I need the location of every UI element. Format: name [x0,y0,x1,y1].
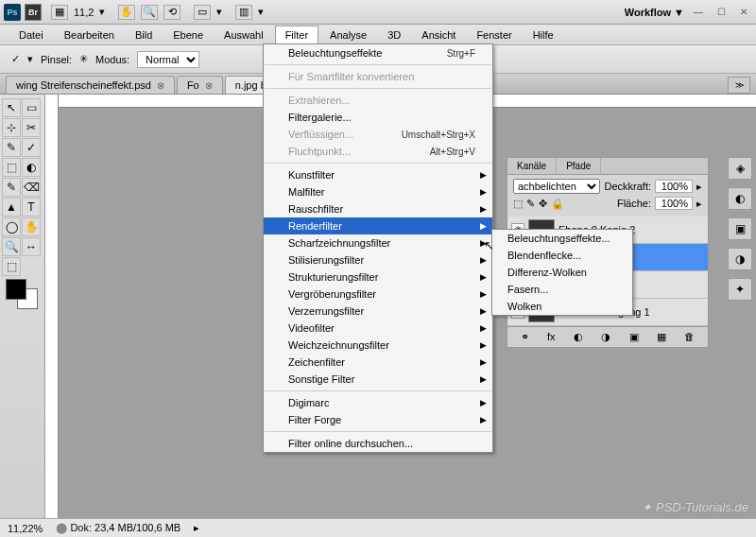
tool-button[interactable]: ✂ [22,118,41,137]
menu-item-malfilter[interactable]: Malfilter▶ [264,183,492,200]
submenu-item-wolken[interactable]: Wolken [492,298,632,315]
menu-item-filter-forge[interactable]: Filter Forge▶ [264,411,492,428]
adjustment-layer-icon[interactable]: ◑ [601,331,610,343]
dropdown-icon[interactable]: ▾ [27,53,33,65]
tool-button[interactable]: ⬚ [2,158,21,177]
arrange-icon[interactable]: ▥ [235,5,252,20]
menu-fenster[interactable]: Fenster [467,26,521,43]
tool-button[interactable]: T [22,198,41,217]
tool-button[interactable]: ✎ [2,138,21,157]
new-layer-icon[interactable]: ▦ [657,331,666,343]
tool-button[interactable]: ◯ [2,217,21,236]
dock-layers-icon[interactable]: ◈ [728,157,752,180]
menu-item-weichzeichnungsfilter[interactable]: Weichzeichnungsfilter▶ [264,337,492,354]
tool-button[interactable]: ⬚ [2,257,21,276]
dropdown-icon[interactable]: ▾ [258,6,264,18]
menu-bearbeiten[interactable]: Bearbeiten [55,26,124,43]
fill-value[interactable]: 100% [655,197,693,210]
blend-mode-select[interactable]: Normal [137,51,199,68]
document-tab[interactable]: wing Streifenscheineffekt.psd⊗ [6,76,175,94]
menu-ansicht[interactable]: Ansicht [412,26,465,43]
photoshop-icon[interactable]: Ps [4,4,21,21]
lock-all-icon[interactable]: 🔒 [551,198,564,210]
dock-swatches-icon[interactable]: ◑ [728,248,752,270]
rotate-view-icon[interactable]: ⟲ [163,5,180,20]
tool-button[interactable]: ↖ [2,98,21,117]
menu-item-rauschfilter[interactable]: Rauschfilter▶ [264,200,492,217]
submenu-item-beleuchtungseffekte-[interactable]: Beleuchtungseffekte... [492,230,632,247]
zoom-dropdown-icon[interactable]: ▾ [99,6,105,18]
tab-overflow-button[interactable]: ≫ [728,77,750,94]
color-swatches[interactable] [6,279,39,307]
menu-item-verzerrungsfilter[interactable]: Verzerrungsfilter▶ [264,303,492,320]
menu-item-scharfzeichnungsfilter[interactable]: Scharfzeichnungsfilter▶ [264,234,492,251]
menu-item-kunstfilter[interactable]: Kunstfilter▶ [264,166,492,183]
maximize-button[interactable]: ☐ [713,6,730,19]
menu-datei[interactable]: Datei [9,26,53,43]
dock-adjustments-icon[interactable]: ◐ [728,187,752,210]
workspace-selector[interactable]: Workflow ▼ [625,7,684,18]
menu-auswahl[interactable]: Auswahl [215,26,273,43]
menu-item-sonstige-filter[interactable]: Sonstige Filter▶ [264,371,492,388]
submenu-item-fasern-[interactable]: Fasern... [492,281,632,298]
dropdown-icon[interactable]: ▸ [696,198,702,210]
menu-item-beleuchtungseffekte[interactable]: BeleuchtungseffekteStrg+F [264,44,492,61]
close-button[interactable]: ✕ [735,6,752,19]
opacity-value[interactable]: 100% [655,180,693,193]
zoom-tool-icon[interactable]: 🔍 [141,5,158,20]
tool-button[interactable]: 🔍 [2,237,21,256]
hand-tool-icon[interactable]: ✋ [118,5,135,20]
panel-tab-pfade[interactable]: Pfade [557,158,601,174]
dropdown-icon[interactable]: ▾ [216,6,222,18]
layout-icon[interactable]: ▦ [51,5,68,20]
menu-ebene[interactable]: Ebene [163,26,213,43]
layer-style-icon[interactable]: fx [547,331,556,343]
menu-item-filtergalerie-[interactable]: Filtergalerie... [264,109,492,126]
screen-mode-icon[interactable]: ▭ [194,5,211,20]
menu-item-filter-online-durchsuchen-[interactable]: Filter online durchsuchen... [264,435,492,452]
brush-icon[interactable]: ✓ [11,53,20,65]
tool-button[interactable]: ▲ [2,198,21,217]
menu-item-vergr-berungsfilter[interactable]: Vergröberungsfilter▶ [264,286,492,303]
menu-item-stilisierungsfilter[interactable]: Stilisierungsfilter▶ [264,251,492,268]
blend-mode-select[interactable]: achbelichten [513,179,600,194]
dropdown-icon[interactable]: ▸ [696,181,702,193]
lock-pixels-icon[interactable]: ✎ [526,198,535,210]
zoom-status[interactable]: 11,22% [8,523,43,534]
menu-filter[interactable]: Filter [275,26,318,43]
lock-position-icon[interactable]: ✥ [539,198,547,210]
lock-icon[interactable]: ⬚ [513,198,523,210]
tool-button[interactable]: ⊹ [2,118,21,137]
submenu-item-blendenflecke-[interactable]: Blendenflecke... [492,247,632,264]
tool-button[interactable]: ✓ [22,138,41,157]
close-tab-icon[interactable]: ⊗ [205,80,213,91]
menu-item-strukturierungsfilter[interactable]: Strukturierungsfilter▶ [264,268,492,286]
menu-item-digimarc[interactable]: Digimarc▶ [264,394,492,411]
tool-button[interactable]: ▭ [22,98,41,117]
menu-hilfe[interactable]: Hilfe [524,26,563,43]
menu-analyse[interactable]: Analyse [320,26,376,43]
menu-3d[interactable]: 3D [378,26,410,43]
link-layers-icon[interactable]: ⚭ [521,331,529,343]
group-icon[interactable]: ▣ [629,331,639,343]
dock-styles-icon[interactable]: ✦ [728,278,752,301]
tool-button[interactable]: ✋ [22,217,41,236]
doc-size-status[interactable]: ⬤ Dok: 23,4 MB/100,6 MB [56,522,180,534]
tool-button[interactable]: ✎ [2,178,21,197]
delete-layer-icon[interactable]: 🗑 [684,331,695,343]
brush-preset-icon[interactable]: ✳ [79,53,88,65]
tool-button[interactable]: ↔ [22,237,41,256]
menu-item-renderfilter[interactable]: Renderfilter▶ [264,217,492,234]
bridge-icon[interactable]: Br [25,4,42,21]
menu-bild[interactable]: Bild [126,26,162,43]
menu-item-zeichenfilter[interactable]: Zeichenfilter▶ [264,354,492,371]
layer-mask-icon[interactable]: ◐ [574,331,583,343]
dock-history-icon[interactable]: ▣ [728,217,752,240]
document-tab[interactable]: Fo⊗ [177,76,223,94]
tool-button[interactable]: ◐ [22,158,41,177]
panel-tab-kanaele[interactable]: Kanäle [507,158,557,174]
close-tab-icon[interactable]: ⊗ [157,80,164,91]
status-arrow-icon[interactable]: ▸ [194,522,199,534]
menu-item-videofilter[interactable]: Videofilter▶ [264,320,492,337]
submenu-item-differenz-wolken[interactable]: Differenz-Wolken [492,264,632,281]
